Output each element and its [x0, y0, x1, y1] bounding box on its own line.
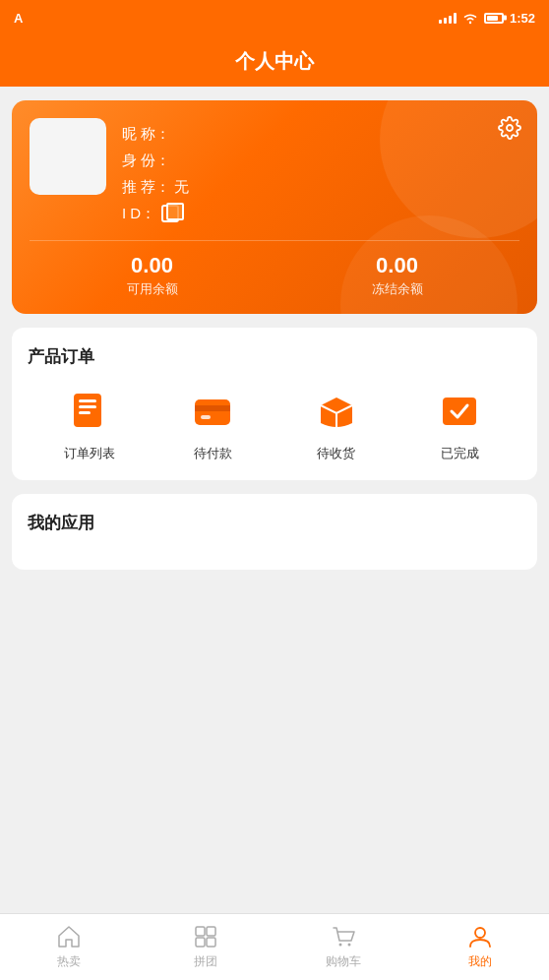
svg-rect-4 [79, 411, 91, 414]
svg-rect-1 [74, 394, 101, 427]
available-balance-label: 可用余额 [127, 280, 178, 298]
available-balance-amount: 0.00 [127, 253, 178, 278]
copy-id-button[interactable] [161, 205, 179, 222]
svg-rect-12 [196, 938, 205, 947]
svg-rect-11 [207, 927, 215, 936]
pending-pay-icon [191, 390, 234, 433]
nav-cart-label: 购物车 [326, 953, 361, 970]
svg-rect-7 [201, 415, 211, 419]
balance-row: 0.00 可用余额 0.00 冻结余额 [30, 240, 519, 298]
status-bar: A 1:52 [0, 0, 549, 35]
nav-mine-label: 我的 [468, 953, 492, 970]
wifi-icon [462, 12, 478, 25]
order-list-icon-wrap [64, 386, 115, 437]
carrier-label: A [14, 11, 23, 26]
orders-section: 产品订单 订单列表 [12, 328, 537, 480]
content-area: 昵 称： 身 份： 推 荐： 无 I D： 0.00 可用余额 [0, 87, 549, 913]
pending-pay-item[interactable]: 待付款 [187, 386, 238, 462]
order-list-item[interactable]: 订单列表 [64, 386, 115, 462]
svg-rect-2 [79, 399, 96, 402]
available-balance-item: 0.00 可用余额 [127, 253, 178, 298]
page-header: 个人中心 [0, 35, 549, 87]
profile-card: 昵 称： 身 份： 推 荐： 无 I D： 0.00 可用余额 [12, 100, 537, 314]
profile-top: 昵 称： 身 份： 推 荐： 无 I D： [30, 118, 519, 226]
nav-group[interactable]: 拼团 [138, 914, 275, 980]
completed-icon-wrap [434, 386, 485, 437]
identity-row: 身 份： [122, 147, 519, 173]
cart-icon [331, 924, 356, 949]
person-icon [467, 924, 493, 949]
orders-title: 产品订单 [28, 345, 521, 368]
svg-rect-9 [443, 398, 476, 425]
my-apps-title: 我的应用 [28, 512, 521, 534]
order-list-label: 订单列表 [64, 445, 115, 462]
pending-receive-label: 待收货 [317, 445, 355, 462]
svg-point-14 [338, 944, 341, 947]
signal-icon [439, 12, 457, 24]
time-label: 1:52 [510, 11, 535, 26]
nav-hot[interactable]: 热卖 [0, 914, 138, 980]
order-grid: 订单列表 待付款 [28, 386, 521, 462]
id-row: I D： [122, 200, 519, 226]
status-right: 1:52 [439, 11, 535, 26]
svg-rect-13 [207, 938, 215, 947]
nav-cart[interactable]: 购物车 [274, 914, 412, 980]
svg-rect-10 [196, 927, 205, 936]
completed-label: 已完成 [441, 445, 479, 462]
home-icon [56, 924, 82, 949]
frozen-balance-amount: 0.00 [372, 253, 423, 278]
nav-mine[interactable]: 我的 [412, 914, 550, 980]
svg-point-15 [347, 944, 350, 947]
group-icon [193, 924, 218, 949]
svg-rect-5 [195, 399, 230, 425]
avatar [30, 118, 106, 195]
pending-receive-icon-wrap [311, 386, 362, 437]
my-apps-section: 我的应用 [12, 494, 537, 570]
order-list-icon [68, 390, 111, 433]
nav-group-label: 拼团 [194, 953, 217, 970]
pending-pay-icon-wrap [187, 386, 238, 437]
battery-icon [484, 13, 504, 24]
svg-rect-6 [195, 405, 230, 411]
bottom-nav: 热卖 拼团 购物车 我的 [0, 913, 549, 980]
svg-point-0 [469, 21, 471, 23]
frozen-balance-label: 冻结余额 [372, 280, 423, 298]
pending-receive-icon [315, 390, 358, 433]
frozen-balance-item: 0.00 冻结余额 [372, 253, 423, 298]
profile-info: 昵 称： 身 份： 推 荐： 无 I D： [122, 118, 519, 226]
nav-hot-label: 热卖 [57, 953, 81, 970]
page-title: 个人中心 [235, 48, 314, 75]
completed-item[interactable]: 已完成 [434, 386, 485, 462]
nickname-row: 昵 称： [122, 120, 519, 147]
svg-rect-3 [79, 405, 96, 408]
settings-button[interactable] [498, 116, 521, 140]
completed-icon [438, 390, 481, 433]
referrer-row: 推 荐： 无 [122, 173, 519, 200]
svg-point-16 [475, 928, 485, 938]
pending-pay-label: 待付款 [194, 445, 232, 462]
pending-receive-item[interactable]: 待收货 [311, 386, 362, 462]
